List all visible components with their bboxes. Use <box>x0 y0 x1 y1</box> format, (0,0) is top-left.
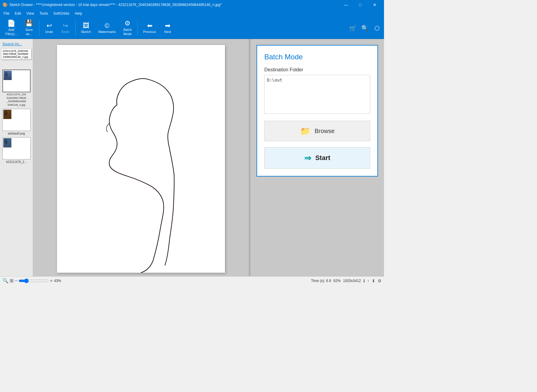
status-bar: 🔍 ⊞ − + 43% Time (s): 6.9 62% 1920x3412 … <box>0 276 384 285</box>
cart-icon-button[interactable]: 🛒 <box>348 23 358 33</box>
browse-button[interactable]: 📁 Browse <box>264 121 370 141</box>
info-button[interactable]: ℹ <box>363 278 365 283</box>
batch-mode-icon: ⚙ <box>124 20 130 27</box>
close-button[interactable]: ✕ <box>368 0 382 10</box>
redo-button[interactable]: ↪ Redo <box>58 19 73 38</box>
title-bar: 🎨 Sketch Drawer - ****Unregistered versi… <box>0 0 384 10</box>
separator-1 <box>39 21 39 36</box>
separator-3 <box>137 21 138 36</box>
window-title: Sketch Drawer - ****Unregistered version… <box>9 3 222 7</box>
add-files-button[interactable]: 📄 AddFile(s)... <box>2 19 20 38</box>
share-button[interactable]: ↑ <box>367 278 369 283</box>
save-icon: 💾 <box>25 20 33 27</box>
next-label: Next <box>164 30 171 34</box>
zoom-percent: 43% <box>54 279 65 283</box>
list-item[interactable]: 423211676_2045340399178838_5928688245864… <box>1 49 32 107</box>
thumb-image-3 <box>3 138 30 159</box>
watermarks-label: Watermarks <box>98 30 116 34</box>
batch-mode-panel: Batch Mode Destination Folder D:\out 📁 B… <box>256 45 378 177</box>
zoom-fit-button[interactable]: 🔍 <box>2 278 8 284</box>
menu-tools[interactable]: Tools <box>37 10 50 16</box>
batch-mode-title: Batch Mode <box>264 53 370 61</box>
status-right: Time (s): 6.9 62% 1920x3412 ℹ ↑ ⬇ ⚙ <box>311 278 382 283</box>
browse-icon: 📁 <box>300 126 310 136</box>
undo-label: Undo <box>45 30 53 34</box>
menu-file[interactable]: File <box>1 10 12 16</box>
dimensions: 1920x3412 <box>343 279 361 283</box>
destination-folder-label: Destination Folder <box>264 67 370 73</box>
zoom-out-button[interactable]: − <box>15 278 17 284</box>
menu-help[interactable]: Help <box>72 10 85 16</box>
watermarks-icon: © <box>105 22 110 29</box>
list-item[interactable]: 423211676_2... <box>1 137 32 164</box>
previous-button[interactable]: ⬅ Previous <box>140 19 159 38</box>
batch-mode-button[interactable]: ⚙ BatchMode <box>120 19 135 38</box>
destination-folder-section: Destination Folder D:\out <box>264 67 370 115</box>
next-button[interactable]: ➡ Next <box>160 19 175 38</box>
sketch-label: Sketch <box>81 30 91 34</box>
minimize-button[interactable]: — <box>339 0 353 10</box>
source-images-label[interactable]: Source Im... <box>1 41 32 47</box>
toolbar: 📄 AddFile(s)... 💾 Saveas... ↩ Undo ↪ Red… <box>0 17 384 39</box>
browse-label: Browse <box>315 128 335 135</box>
menu-edit[interactable]: Edit <box>12 10 23 16</box>
start-label: Start <box>315 154 330 162</box>
watermarks-button[interactable]: © Watermarks <box>95 19 119 38</box>
maximize-button[interactable]: □ <box>353 0 367 10</box>
zoom-actual-button[interactable]: ⊞ <box>10 278 14 284</box>
add-files-icon: 📄 <box>7 20 15 27</box>
thumb-wrapper-2 <box>2 109 31 131</box>
add-files-label: AddFile(s)... <box>5 28 17 36</box>
thumb-wrapper-1 <box>2 70 31 92</box>
destination-folder-input[interactable]: D:\out <box>264 75 370 114</box>
start-arrow-icon: ⇒ <box>304 153 311 163</box>
next-icon: ➡ <box>165 22 170 29</box>
redo-icon: ↪ <box>63 22 68 29</box>
menu-softorbits[interactable]: SoftOrbits <box>51 10 72 16</box>
list-item[interactable]: adsfasdf.png <box>1 109 32 135</box>
toolbar-right: 🛒 🔍 ⬡ <box>348 23 382 33</box>
thumb-label-1: 423211676_2045340399178838_5928688245864… <box>7 93 26 107</box>
window-controls: — □ ✕ <box>339 0 382 10</box>
sketch-icon: 🖼 <box>83 22 89 29</box>
previous-icon: ⬅ <box>147 22 152 29</box>
search-icon-button[interactable]: 🔍 <box>360 23 370 33</box>
zoom-controls: 🔍 ⊞ − + 43% <box>2 278 65 284</box>
thumb-tooltip: 423211676_2045340399178838_5928688245864… <box>1 49 31 59</box>
save-as-button[interactable]: 💾 Saveas... <box>22 19 37 38</box>
app-icon: 🎨 <box>2 2 8 7</box>
undo-icon: ↩ <box>46 22 52 29</box>
canvas-area <box>33 39 249 276</box>
previous-label: Previous <box>143 30 156 34</box>
download-button[interactable]: ⬇ <box>372 278 375 283</box>
thumb-image-1 <box>4 71 31 91</box>
time-label: Time (s): 6.9 <box>311 279 331 283</box>
menu-view[interactable]: View <box>24 10 37 16</box>
cube-icon-button[interactable]: ⬡ <box>372 23 382 33</box>
quality-percent: 62% <box>334 279 341 283</box>
sketch-button[interactable]: 🖼 Sketch <box>78 19 94 38</box>
menu-bar: File Edit View Tools SoftOrbits Help <box>0 10 384 17</box>
main-area: Source Im... 423211676_2045340399178838_… <box>0 39 384 276</box>
settings-button[interactable]: ⚙ <box>378 278 382 283</box>
save-as-label: Saveas... <box>25 28 33 36</box>
thumb-label-3: 423211676_2... <box>6 160 27 164</box>
thumb-wrapper-3 <box>2 137 31 159</box>
separator-2 <box>75 21 76 36</box>
start-button[interactable]: ⇒ Start <box>264 147 370 169</box>
zoom-in-button[interactable]: + <box>50 278 52 284</box>
redo-label: Redo <box>62 30 69 34</box>
canvas-wrapper <box>57 45 225 273</box>
batch-mode-label: BatchMode <box>123 28 132 36</box>
sidebar: Source Im... 423211676_2045340399178838_… <box>0 39 33 276</box>
thumb-label-2: adsfasdf.png <box>8 132 25 135</box>
undo-button[interactable]: ↩ Undo <box>42 19 57 38</box>
thumb-image-2 <box>3 110 30 130</box>
zoom-slider[interactable] <box>19 278 49 283</box>
main-canvas <box>57 45 225 273</box>
